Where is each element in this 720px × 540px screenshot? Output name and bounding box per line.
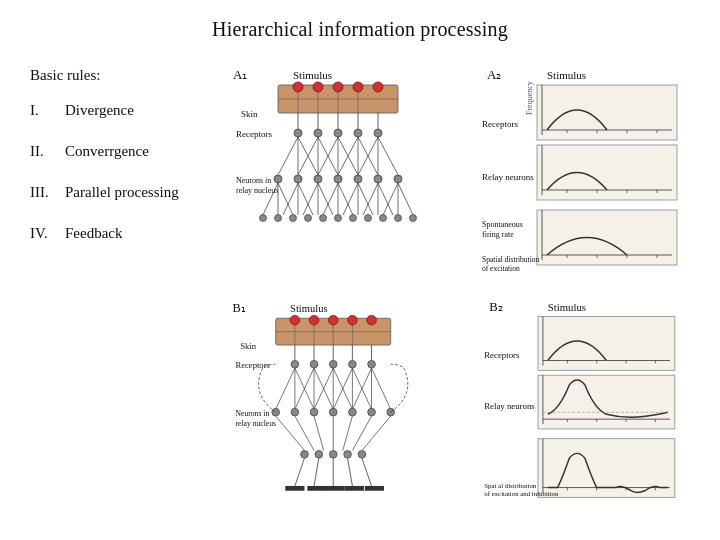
svg-point-41 bbox=[294, 175, 302, 183]
svg-point-156 bbox=[368, 408, 376, 416]
svg-text:Spat al distribution: Spat al distribution bbox=[484, 482, 537, 489]
svg-point-126 bbox=[291, 360, 299, 368]
svg-text:Receptors: Receptors bbox=[484, 350, 520, 360]
svg-point-170 bbox=[344, 451, 352, 459]
list-item: III. Parallel processing bbox=[30, 184, 220, 201]
svg-point-45 bbox=[374, 175, 382, 183]
svg-point-171 bbox=[358, 451, 366, 459]
svg-text:Relay neurons: Relay neurons bbox=[482, 172, 534, 182]
svg-text:Stimulus: Stimulus bbox=[547, 69, 586, 81]
svg-point-13 bbox=[373, 82, 383, 92]
svg-point-128 bbox=[329, 360, 337, 368]
svg-text:Stimulus: Stimulus bbox=[548, 301, 586, 313]
svg-point-157 bbox=[387, 408, 395, 416]
svg-text:Receptors: Receptors bbox=[482, 119, 518, 129]
svg-text:Frequency: Frequency bbox=[525, 81, 534, 115]
rules-list: I. Divergence II. Converrgence III. Para… bbox=[30, 102, 220, 242]
svg-point-72 bbox=[290, 214, 297, 221]
svg-point-130 bbox=[368, 360, 376, 368]
svg-text:relay nucleus: relay nucleus bbox=[236, 186, 278, 195]
svg-point-70 bbox=[260, 214, 267, 221]
svg-point-123 bbox=[348, 315, 358, 325]
svg-text:relay nucleus: relay nucleus bbox=[235, 419, 276, 428]
svg-point-168 bbox=[315, 451, 323, 459]
svg-line-166 bbox=[362, 416, 391, 451]
svg-line-25 bbox=[278, 137, 298, 175]
diagram-a2: A₂ Stimulus Receptors Frequency bbox=[464, 57, 700, 282]
svg-line-160 bbox=[276, 416, 305, 451]
svg-point-124 bbox=[367, 315, 377, 325]
svg-text:A₂: A₂ bbox=[487, 67, 501, 82]
right-panel: A₁ Stimulus bbox=[220, 57, 700, 517]
rule-numeral-2: II. bbox=[30, 143, 65, 160]
svg-text:B₁: B₁ bbox=[233, 302, 246, 316]
svg-line-162 bbox=[314, 416, 324, 451]
svg-point-9 bbox=[293, 82, 303, 92]
list-item: I. Divergence bbox=[30, 102, 220, 119]
svg-rect-180 bbox=[345, 486, 364, 491]
svg-rect-177 bbox=[285, 486, 304, 491]
svg-point-169 bbox=[329, 451, 337, 459]
svg-text:B₂: B₂ bbox=[489, 300, 502, 314]
svg-point-122 bbox=[328, 315, 338, 325]
svg-point-15 bbox=[294, 129, 302, 137]
svg-point-43 bbox=[334, 175, 342, 183]
svg-point-11 bbox=[333, 82, 343, 92]
top-diagram-row: A₁ Stimulus bbox=[220, 57, 700, 282]
svg-text:Spontaneous: Spontaneous bbox=[482, 220, 523, 229]
svg-text:Spatial distribution: Spatial distribution bbox=[482, 255, 540, 264]
svg-text:Relay neurons: Relay neurons bbox=[484, 401, 535, 411]
svg-line-173 bbox=[314, 458, 319, 486]
svg-point-154 bbox=[329, 408, 337, 416]
svg-text:of excitation: of excitation bbox=[482, 264, 520, 273]
svg-text:Stimulus: Stimulus bbox=[290, 304, 327, 315]
svg-point-78 bbox=[380, 214, 387, 221]
svg-point-44 bbox=[354, 175, 362, 183]
svg-point-19 bbox=[374, 129, 382, 137]
page-container: Hierarchical information processing Basi… bbox=[0, 0, 720, 540]
svg-point-80 bbox=[410, 214, 417, 221]
svg-text:Receptors: Receptors bbox=[235, 360, 270, 370]
rule-numeral-1: I. bbox=[30, 102, 65, 119]
svg-line-164 bbox=[343, 416, 353, 451]
svg-point-12 bbox=[353, 82, 363, 92]
title-area: Hierarchical information processing bbox=[20, 10, 700, 41]
svg-text:A₁: A₁ bbox=[233, 67, 247, 82]
content-layout: Basic rules: I. Divergence II. Converrge… bbox=[20, 57, 700, 517]
svg-rect-179 bbox=[326, 486, 345, 491]
diagrams-container: A₁ Stimulus bbox=[220, 57, 700, 517]
svg-text:Neurons in: Neurons in bbox=[235, 409, 269, 418]
rule-numeral-4: IV. bbox=[30, 225, 65, 242]
rule-label-convergence: Converrgence bbox=[65, 143, 149, 160]
svg-line-176 bbox=[362, 458, 372, 486]
svg-point-77 bbox=[365, 214, 372, 221]
svg-point-129 bbox=[349, 360, 357, 368]
diagram-b1: B₁ Stimulus bbox=[220, 292, 456, 517]
left-panel: Basic rules: I. Divergence II. Converrge… bbox=[20, 57, 220, 517]
rule-label-divergence: Divergence bbox=[65, 102, 134, 119]
svg-text:Receptors: Receptors bbox=[236, 129, 272, 139]
svg-point-16 bbox=[314, 129, 322, 137]
svg-text:Neurons in: Neurons in bbox=[236, 176, 271, 185]
svg-rect-102 bbox=[537, 210, 677, 265]
rule-label-parallel: Parallel processing bbox=[65, 184, 179, 201]
rule-label-feedback: Feedback bbox=[65, 225, 122, 242]
svg-point-153 bbox=[310, 408, 318, 416]
svg-point-40 bbox=[274, 175, 282, 183]
svg-line-138 bbox=[276, 368, 295, 409]
svg-point-73 bbox=[305, 214, 312, 221]
svg-rect-185 bbox=[538, 317, 675, 371]
svg-point-71 bbox=[275, 214, 282, 221]
svg-rect-84 bbox=[537, 85, 677, 140]
rule-numeral-3: III. bbox=[30, 184, 65, 201]
basic-rules-label: Basic rules: bbox=[30, 67, 220, 84]
svg-rect-181 bbox=[365, 486, 384, 491]
svg-point-155 bbox=[349, 408, 357, 416]
list-item: II. Converrgence bbox=[30, 143, 220, 160]
svg-text:firing rate: firing rate bbox=[482, 230, 514, 239]
svg-rect-193 bbox=[538, 375, 675, 429]
diagram-a1: A₁ Stimulus bbox=[220, 57, 456, 282]
svg-line-150 bbox=[372, 368, 391, 409]
bottom-diagram-row: B₁ Stimulus bbox=[220, 292, 700, 517]
svg-point-17 bbox=[334, 129, 342, 137]
